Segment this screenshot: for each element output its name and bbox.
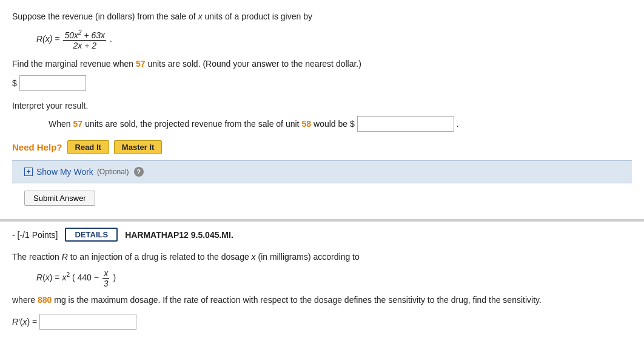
top-section: Suppose the revenue (in dollars) from th…: [0, 0, 644, 220]
intro-text2: units of a product is given by: [205, 12, 312, 21]
marginal-revenue-input[interactable]: [19, 75, 86, 91]
need-help-row: Need Help? Read It Master It: [12, 140, 632, 154]
rx2-paren-open: (: [72, 273, 75, 282]
need-help-label: Need Help?: [12, 142, 62, 152]
rprime-input[interactable]: [39, 314, 136, 330]
expand-icon: +: [24, 168, 33, 176]
details-button[interactable]: DETAILS: [65, 228, 118, 242]
rx2-formula: R(x) = x2 ( 440 − x 3 ): [36, 268, 632, 288]
rx-label: R(x) =: [36, 34, 60, 44]
rprime-row: R′(x) =: [12, 314, 632, 330]
reaction-text1: The reaction: [12, 252, 59, 262]
interpret-section: Interpret your result. When 57 units are…: [12, 98, 632, 132]
rx2-frac-num: x: [102, 268, 109, 279]
bottom-section: - [-/1 Points] DETAILS HARMATHAP12 9.5.0…: [0, 222, 644, 339]
rx2-frac-den: 3: [102, 279, 110, 288]
interpret-row: When 57 units are sold, the projected re…: [49, 116, 632, 132]
problem-intro: Suppose the revenue (in dollars) from th…: [12, 10, 632, 23]
interpret-title: Interpret your result.: [12, 98, 632, 114]
reaction-text2: to an injection of a drug is related to …: [70, 252, 249, 262]
show-my-work-label: Show My Work: [36, 167, 93, 177]
interpret-text3: would be $: [314, 117, 355, 132]
where-text1: where: [12, 295, 35, 305]
rx2-fraction: x 3: [102, 268, 110, 288]
marginal-highlight1: 57: [136, 59, 146, 69]
rx2-label: R(x) = x2: [36, 273, 70, 282]
marginal-text2: units are sold. (Round your answer to th…: [147, 59, 361, 69]
reaction-r: R: [62, 252, 68, 262]
show-my-work-toggle[interactable]: + Show My Work (Optional): [24, 167, 129, 177]
show-my-work-section: + Show My Work (Optional) ?: [12, 160, 632, 183]
problem-id: HARMATHAP12 9.5.045.MI.: [125, 230, 233, 240]
rx2-440: 440: [77, 273, 91, 282]
bottom-problem-text: The reaction R to an injection of a drug…: [12, 250, 632, 265]
marginal-revenue-row: Find the marginal revenue when 57 units …: [12, 56, 632, 72]
points-label: - [-/1 Points]: [12, 230, 58, 240]
interpret-text1: When: [49, 117, 71, 132]
submit-row: Submit Answer: [12, 183, 632, 213]
interpret-text2: units are sold, the projected revenue fr…: [85, 117, 299, 132]
dollar-sign: $: [12, 78, 17, 88]
submit-button[interactable]: Submit Answer: [24, 191, 95, 206]
master-it-button[interactable]: Master It: [114, 140, 162, 154]
interpret-revenue-input[interactable]: [357, 116, 454, 132]
where-text2: mg is the maximum dosage. If the rate of…: [54, 295, 542, 305]
formula-block: R(x) = 50x2 + 63x 2x + 2 .: [36, 29, 632, 50]
interpret-highlight2: 58: [301, 117, 311, 132]
fraction-numerator: 50x2 + 63x: [63, 29, 106, 41]
reaction-text3: (in milligrams) according to: [258, 252, 360, 262]
optional-label: (Optional): [97, 168, 129, 176]
interpret-highlight: 57: [73, 117, 83, 132]
marginal-text1: Find the marginal revenue when: [12, 59, 133, 69]
read-it-button[interactable]: Read It: [67, 140, 109, 154]
fraction-denominator: 2x + 2: [72, 41, 98, 50]
points-row: - [-/1 Points] DETAILS HARMATHAP12 9.5.0…: [12, 228, 632, 242]
rx2-minus: −: [94, 273, 101, 282]
help-icon[interactable]: ?: [134, 167, 144, 177]
intro-text1: Suppose the revenue (in dollars) from th…: [12, 12, 196, 21]
where-text: where 880 mg is the maximum dosage. If t…: [12, 293, 632, 308]
interpret-period: .: [457, 117, 459, 132]
dollar-input-row: $: [12, 75, 632, 91]
reaction-x: x: [252, 252, 256, 262]
where-highlight: 880: [38, 295, 52, 305]
page-wrapper: Suppose the revenue (in dollars) from th…: [0, 0, 644, 339]
rprime-label: R′(x) =: [12, 317, 37, 327]
rx-fraction: 50x2 + 63x 2x + 2: [63, 29, 106, 50]
rx2-paren-close: ): [113, 273, 116, 282]
